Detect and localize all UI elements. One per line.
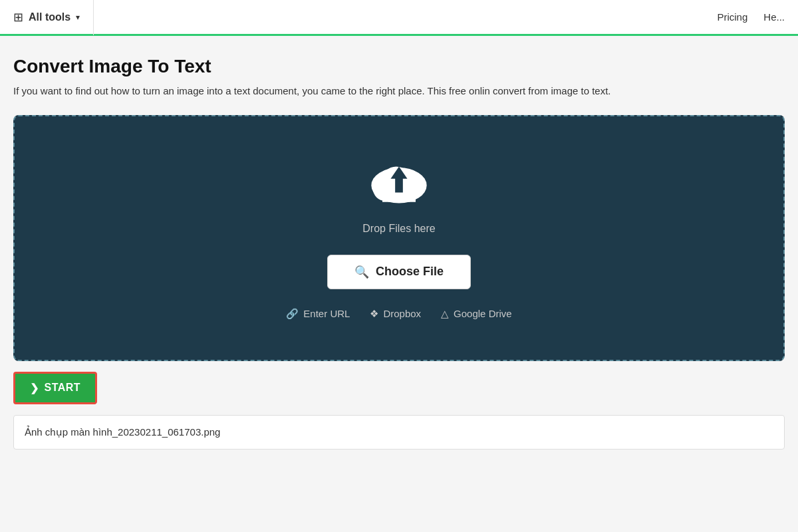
choose-file-button[interactable]: 🔍 Choose File <box>327 255 471 289</box>
header: ⊞ All tools ▾ Pricing He... <box>0 0 798 36</box>
main-content: Convert Image To Text If you want to fin… <box>0 36 798 463</box>
search-icon: 🔍 <box>354 265 369 279</box>
start-label: START <box>45 382 81 394</box>
start-button[interactable]: ❯ START <box>13 372 97 404</box>
file-name-row: Ảnh chụp màn hình_20230211_061703.png <box>13 415 785 450</box>
cloud-upload-icon <box>366 156 432 212</box>
upload-dropzone[interactable]: Drop Files here 🔍 Choose File 🔗 Enter UR… <box>13 115 785 361</box>
upload-options: 🔗 Enter URL ❖ Dropbox △ Google Drive <box>286 308 511 320</box>
choose-file-label: Choose File <box>376 265 444 279</box>
all-tools-menu[interactable]: ⊞ All tools ▾ <box>13 10 80 25</box>
google-drive-link[interactable]: △ Google Drive <box>441 308 512 320</box>
page-title: Convert Image To Text <box>13 56 785 77</box>
link-icon: 🔗 <box>286 308 299 320</box>
google-drive-icon: △ <box>441 308 449 320</box>
header-nav: Pricing He... <box>717 11 785 23</box>
pricing-link[interactable]: Pricing <box>717 11 747 23</box>
enter-url-link[interactable]: 🔗 Enter URL <box>286 308 350 320</box>
enter-url-label: Enter URL <box>303 308 350 319</box>
grid-icon: ⊞ <box>13 10 23 25</box>
help-link[interactable]: He... <box>763 11 785 23</box>
dropbox-icon: ❖ <box>370 308 378 320</box>
google-drive-label: Google Drive <box>454 308 512 319</box>
page-description: If you want to find out how to turn an i… <box>13 84 785 99</box>
start-arrow-icon: ❯ <box>30 382 39 394</box>
file-name-text: Ảnh chụp màn hình_20230211_061703.png <box>25 426 220 438</box>
dropbox-link[interactable]: ❖ Dropbox <box>370 308 421 320</box>
dropbox-label: Dropbox <box>383 308 421 319</box>
chevron-down-icon: ▾ <box>76 13 80 22</box>
header-divider <box>93 0 94 35</box>
drop-files-text: Drop Files here <box>362 223 435 235</box>
all-tools-label: All tools <box>29 11 70 23</box>
start-button-container: ❯ START <box>13 372 785 404</box>
